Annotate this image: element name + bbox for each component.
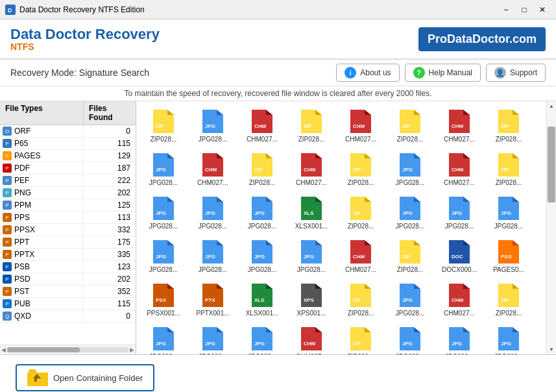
table-row[interactable]: P P65 115 xyxy=(0,138,136,150)
svg-marker-129 xyxy=(266,327,272,332)
list-item[interactable]: CHM CHM027... xyxy=(288,323,335,354)
file-name: JPG028... xyxy=(248,266,276,273)
list-item[interactable]: ZIP ZIP028... xyxy=(140,105,187,146)
table-row[interactable]: P PAGES 129 xyxy=(0,150,136,162)
list-item[interactable]: XLS XLSX001... xyxy=(288,192,335,233)
scroll-thumb[interactable] xyxy=(548,127,555,202)
scroll-left-arrow[interactable]: ◀ xyxy=(1,347,6,353)
table-row[interactable]: P PPS 113 xyxy=(0,212,136,224)
list-item[interactable]: JPG JPG028... xyxy=(140,192,187,233)
support-icon: 👤 xyxy=(494,67,506,79)
list-item[interactable]: CHM CHM027... xyxy=(288,149,335,190)
list-item[interactable]: PSX PPSX001... xyxy=(140,279,187,320)
list-item[interactable]: PGS PAGES0... xyxy=(485,236,532,276)
file-name: ZIP028... xyxy=(397,266,424,273)
list-item[interactable]: JPG JPG028... xyxy=(239,323,285,354)
file-type-icon: JPG xyxy=(151,195,176,221)
list-item[interactable]: PTX PPTX001... xyxy=(189,279,236,320)
help-button[interactable]: ? Help Manual xyxy=(405,64,481,82)
file-name: PPSX001... xyxy=(147,310,180,317)
list-item[interactable]: ZIP ZIP028... xyxy=(485,149,532,190)
list-item[interactable]: JPG JPG028... xyxy=(189,236,236,276)
list-item[interactable]: DOC DOCX000... xyxy=(436,236,483,276)
list-item[interactable]: ZIP ZIP028... xyxy=(337,192,384,233)
table-row[interactable]: P PNG 202 xyxy=(0,187,136,199)
svg-text:ZIP: ZIP xyxy=(402,254,411,260)
list-item[interactable]: JPG JPG028... xyxy=(485,323,532,354)
list-item[interactable]: CHM CHM027... xyxy=(337,236,384,276)
list-item[interactable]: JPG JPG028... xyxy=(189,192,236,233)
table-row[interactable]: P PDF 187 xyxy=(0,162,136,175)
minimize-button[interactable]: − xyxy=(498,3,514,16)
list-item[interactable]: ZIP ZIP028... xyxy=(337,149,384,190)
file-name: ZIP028... xyxy=(348,223,374,230)
open-containing-folder-button[interactable]: Open Containing Folder xyxy=(16,364,154,391)
table-row[interactable]: P PSD 202 xyxy=(0,273,136,286)
table-row[interactable]: P PST 352 xyxy=(0,286,136,298)
list-item[interactable]: JPG JPG028... xyxy=(387,323,433,354)
list-item[interactable]: JPG JPG028... xyxy=(288,236,335,276)
svg-text:CHM: CHM xyxy=(304,167,316,173)
file-type-icon: JPG xyxy=(200,326,226,352)
list-item[interactable]: ZIP ZIP028... xyxy=(337,279,384,320)
support-button[interactable]: 👤 Support xyxy=(486,64,546,82)
list-item[interactable]: JPG JPG028... xyxy=(436,323,483,354)
list-item[interactable]: ZIP ZIP028... xyxy=(337,323,384,354)
table-row[interactable]: P PPM 125 xyxy=(0,199,136,212)
list-item[interactable]: JPG JPG028... xyxy=(436,192,483,233)
right-panel[interactable]: ZIP ZIP028... JPG JPG028... CHM CHM027..… xyxy=(136,101,546,354)
list-item[interactable]: ZIP ZIP028... xyxy=(485,105,532,146)
help-label: Help Manual xyxy=(429,68,472,77)
list-item[interactable]: XPS XPS001... xyxy=(288,279,335,320)
list-item[interactable]: CHM CHM027... xyxy=(337,105,384,146)
file-grid: ZIP ZIP028... JPG JPG028... CHM CHM027..… xyxy=(140,105,542,354)
table-row[interactable]: Q QXD 0 xyxy=(0,310,136,323)
file-rows-container[interactable]: O ORF 0 P P65 115 P PAGES 129 P PDF 187 xyxy=(0,125,136,323)
scroll-down-arrow[interactable]: ▼ xyxy=(547,345,556,354)
list-item[interactable]: ZIP ZIP028... xyxy=(387,105,433,146)
file-type-icon: ZIP xyxy=(496,152,522,178)
list-item[interactable]: JPG JPG028... xyxy=(239,236,285,276)
horizontal-scrollbar[interactable]: ◀ ▶ xyxy=(0,345,136,354)
svg-marker-24 xyxy=(513,110,519,115)
list-item[interactable]: XLS XLSX001... xyxy=(239,279,285,320)
table-row[interactable]: P PPT 175 xyxy=(0,236,136,249)
table-row[interactable]: P PUB 115 xyxy=(0,298,136,310)
list-item[interactable]: CHM CHM027... xyxy=(189,149,236,190)
svg-marker-69 xyxy=(463,197,470,202)
list-item[interactable]: JPG JPG028... xyxy=(387,279,433,320)
right-scrollbar[interactable]: ▲ ▼ xyxy=(546,101,556,354)
list-item[interactable]: JPG JPG028... xyxy=(387,192,433,233)
svg-text:JPG: JPG xyxy=(156,254,166,260)
table-row[interactable]: P PPTX 335 xyxy=(0,249,136,261)
about-button[interactable]: i About us xyxy=(336,64,399,82)
list-item[interactable]: CHM CHM027... xyxy=(436,149,483,190)
list-item[interactable]: ZIP ZIP028... xyxy=(485,279,532,320)
table-row[interactable]: P PPSX 332 xyxy=(0,224,136,236)
list-item[interactable]: JPG JPG028... xyxy=(387,149,433,190)
scroll-right-arrow[interactable]: ▶ xyxy=(130,347,134,353)
list-item[interactable]: JPG JPG028... xyxy=(239,192,285,233)
list-item[interactable]: JPG JPG028... xyxy=(140,236,187,276)
list-item[interactable]: JPG JPG028... xyxy=(485,192,532,233)
list-item[interactable]: ZIP ZIP028... xyxy=(288,105,335,146)
svg-text:JPG: JPG xyxy=(156,167,166,173)
list-item[interactable]: JPG JPG028... xyxy=(189,323,236,354)
table-row[interactable]: P PEF 222 xyxy=(0,175,136,187)
file-type-table[interactable]: File Types Files Found O ORF 0 P P65 115… xyxy=(0,101,136,345)
list-item[interactable]: JPG JPG028... xyxy=(140,149,187,190)
list-item[interactable]: ZIP ZIP028... xyxy=(239,149,285,190)
list-item[interactable]: JPG JPG028... xyxy=(140,323,187,354)
table-row[interactable]: O ORF 0 xyxy=(0,125,136,138)
list-item[interactable]: JPG JPG028... xyxy=(189,105,236,146)
list-item[interactable]: ZIP ZIP028... xyxy=(387,236,433,276)
close-button[interactable]: ✕ xyxy=(534,3,551,16)
list-item[interactable]: CHM CHM027... xyxy=(239,105,285,146)
list-item[interactable]: CHM CHM027... xyxy=(436,279,483,320)
svg-marker-3 xyxy=(167,110,174,115)
maximize-button[interactable]: □ xyxy=(516,3,533,16)
svg-marker-102 xyxy=(217,284,223,289)
table-row[interactable]: P PSB 123 xyxy=(0,261,136,273)
list-item[interactable]: CHM CHM027... xyxy=(436,105,483,146)
scroll-up-arrow[interactable]: ▲ xyxy=(547,101,556,111)
